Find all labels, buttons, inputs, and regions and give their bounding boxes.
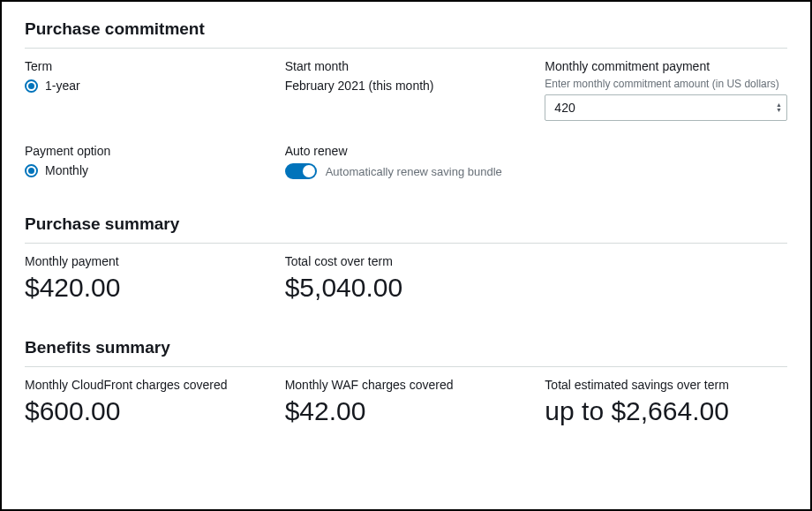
stepper-icon[interactable]: ▲▼ xyxy=(776,102,782,113)
auto-renew-description: Automatically renew saving bundle xyxy=(326,165,502,178)
divider xyxy=(25,243,787,244)
waf-label: Monthly WAF charges covered xyxy=(285,378,528,392)
term-radio-1year[interactable]: 1-year xyxy=(25,79,267,93)
payment-option-option-label: Monthly xyxy=(45,163,88,177)
payment-option-label: Payment option xyxy=(25,144,267,158)
monthly-commitment-label: Monthly commitment payment xyxy=(545,59,787,73)
monthly-payment-value: $420.00 xyxy=(25,273,267,303)
waf-value: $42.00 xyxy=(285,396,528,426)
monthly-commitment-hint: Enter monthly commitment amount (in US d… xyxy=(545,78,787,90)
divider xyxy=(25,366,787,367)
divider xyxy=(25,48,787,49)
monthly-payment-label: Monthly payment xyxy=(25,254,267,268)
total-cost-label: Total cost over term xyxy=(285,254,528,268)
cloudfront-label: Monthly CloudFront charges covered xyxy=(25,378,267,392)
monthly-commitment-input[interactable] xyxy=(545,94,787,121)
purchase-commitment-title: Purchase commitment xyxy=(25,19,787,39)
start-month-label: Start month xyxy=(285,59,528,73)
savings-label: Total estimated savings over term xyxy=(545,378,787,392)
radio-icon xyxy=(25,79,38,93)
auto-renew-toggle[interactable] xyxy=(285,163,317,179)
purchase-summary-title: Purchase summary xyxy=(25,214,787,234)
cloudfront-value: $600.00 xyxy=(25,396,267,426)
term-label: Term xyxy=(25,59,267,73)
radio-icon xyxy=(25,164,38,177)
auto-renew-label: Auto renew xyxy=(285,144,528,158)
term-option-label: 1-year xyxy=(45,79,80,93)
total-cost-value: $5,040.00 xyxy=(285,273,528,303)
benefits-summary-title: Benefits summary xyxy=(25,338,787,357)
savings-value: up to $2,664.00 xyxy=(545,396,787,426)
start-month-value: February 2021 (this month) xyxy=(285,79,528,93)
payment-option-radio-monthly[interactable]: Monthly xyxy=(25,163,267,177)
